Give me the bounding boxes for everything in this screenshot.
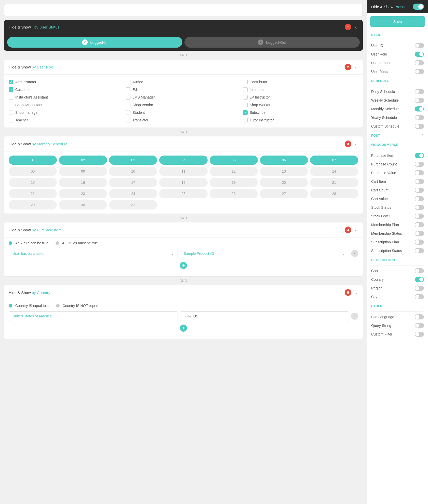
role-tutor-instructor[interactable]: Tutor Instructor — [243, 117, 358, 123]
role-contributor[interactable]: Contributor — [243, 79, 358, 85]
day-06[interactable]: 06 — [260, 156, 308, 165]
sidebar-toggle-user-id[interactable] — [415, 43, 424, 48]
role-shop-vendor[interactable]: Shop Vendor — [126, 102, 241, 108]
sidebar-toggle-cart-item[interactable] — [415, 179, 424, 184]
role-student[interactable]: Student — [126, 109, 241, 116]
day-18[interactable]: 18 — [159, 178, 207, 187]
save-button[interactable]: Save — [370, 16, 425, 27]
day-11[interactable]: 11 — [159, 167, 207, 176]
user-status-header[interactable]: Hide & Show by User Status 1 ⌄ — [4, 20, 363, 34]
page-title-input[interactable]: Member's Limited Time Pricing — [4, 4, 363, 16]
monthly-schedule-header[interactable]: Hide & Show by Monthly Schedule 3 ⌄ — [4, 136, 363, 151]
day-07[interactable]: 07 — [310, 156, 358, 165]
role-checkbox-shop-vendor[interactable] — [126, 103, 130, 107]
role-checkbox-translator[interactable] — [126, 118, 130, 122]
sidebar-user-header[interactable]: USER ⌄ — [371, 30, 424, 39]
sidebar-toggle-subscription-plan[interactable] — [415, 240, 424, 245]
role-checkbox-subscriber[interactable]: ✓ — [243, 110, 248, 115]
sidebar-toggle-query-string[interactable] — [415, 323, 424, 328]
role-author[interactable]: Author — [126, 79, 241, 85]
day-05[interactable]: 05 — [210, 156, 258, 165]
sidebar-toggle-monthly-schedule[interactable] — [415, 106, 424, 111]
day-20[interactable]: 20 — [260, 178, 308, 187]
role-instructor[interactable]: Instructor — [243, 86, 358, 93]
day-23[interactable]: 23 — [59, 189, 107, 198]
role-checkbox-instructor[interactable] — [243, 87, 248, 92]
role-subscriber[interactable]: ✓ Subscriber — [243, 109, 358, 116]
role-translator[interactable]: Translator — [126, 117, 241, 123]
sidebar-toggle-user-meta[interactable] — [415, 69, 424, 74]
sidebar-toggle-continent[interactable] — [415, 268, 424, 273]
role-shop-accountant[interactable]: Shop Accountant — [9, 102, 124, 108]
day-31[interactable]: 31 — [109, 200, 157, 209]
day-04[interactable]: 04 — [159, 156, 207, 165]
sidebar-toggle-cart-value[interactable] — [415, 196, 424, 201]
purchase-item-add-btn[interactable]: + — [180, 262, 187, 269]
day-01[interactable]: 01 — [9, 156, 57, 165]
role-checkbox-teacher[interactable] — [9, 118, 13, 122]
day-16[interactable]: 16 — [59, 178, 107, 187]
purchase-item-header[interactable]: Hide & Show by Purchase Item 4 ⌄ — [4, 222, 363, 237]
role-checkbox-instructors-assistant[interactable] — [9, 95, 13, 100]
country-not-label[interactable]: Country IS NOT equal to... — [63, 304, 105, 308]
sidebar-toggle-yearly-schedule[interactable] — [415, 115, 424, 120]
sidebar-post-header[interactable]: POST ⌃ — [371, 131, 424, 140]
sidebar-toggle-membership-status[interactable] — [415, 231, 424, 236]
logged-out-tab[interactable]: × Logged-Out — [184, 37, 360, 48]
day-17[interactable]: 17 — [109, 178, 157, 187]
day-03[interactable]: 03 — [109, 156, 157, 165]
sidebar-toggle-custom-filter[interactable] — [415, 332, 424, 337]
role-lp-instructor[interactable]: LP Instructor — [243, 94, 358, 101]
country-is-label[interactable]: Country IS equal to... — [15, 304, 49, 308]
any-rule-label[interactable]: ANY rule can be true — [15, 241, 48, 245]
role-instructors-assistant[interactable]: Instructor's Assistant — [9, 94, 124, 101]
role-shop-worker[interactable]: Shop Worker — [243, 102, 358, 108]
day-26[interactable]: 26 — [210, 189, 258, 198]
sidebar-toggle-country[interactable] — [415, 277, 424, 282]
sidebar-schedule-header[interactable]: SCHEDULE ⌄ — [371, 76, 424, 85]
role-checkbox-lp-instructor[interactable] — [243, 95, 248, 100]
day-22[interactable]: 22 — [9, 189, 57, 198]
day-29[interactable]: 29 — [9, 200, 57, 209]
day-25[interactable]: 25 — [159, 189, 207, 198]
role-checkbox-tutor-instructor[interactable] — [243, 118, 248, 122]
user-role-header[interactable]: Hide & Show by User Role 2 ⌄ — [4, 60, 363, 75]
sidebar-other-header[interactable]: OTHER ⌄ — [371, 301, 424, 310]
sidebar-toggle-custom-schedule[interactable] — [415, 124, 424, 129]
day-21[interactable]: 21 — [310, 178, 358, 187]
role-shop-manager[interactable]: Shop manager — [9, 109, 124, 116]
country-select-dropdown[interactable]: United States of America ⌄ — [9, 311, 178, 321]
day-27[interactable]: 27 — [260, 189, 308, 198]
role-checkbox-shop-manager[interactable] — [9, 110, 13, 115]
sidebar-toggle-cart-count[interactable] — [415, 188, 424, 193]
sidebar-toggle-stock-status[interactable] — [415, 205, 424, 210]
day-14[interactable]: 14 — [310, 167, 358, 176]
purchase-product-dropdown[interactable]: Sample Product #3 ⌄ — [180, 249, 349, 258]
role-checkbox-author[interactable] — [126, 80, 130, 84]
role-editor[interactable]: Editor — [126, 86, 241, 93]
role-checkbox-editor[interactable] — [126, 87, 130, 92]
role-checkbox-lms-manager[interactable] — [126, 95, 130, 100]
day-13[interactable]: 13 — [260, 167, 308, 176]
day-09[interactable]: 09 — [59, 167, 107, 176]
day-08[interactable]: 08 — [9, 167, 57, 176]
sidebar-toggle-site-language[interactable] — [415, 314, 424, 319]
role-checkbox-student[interactable] — [126, 110, 130, 115]
country-remove-btn[interactable]: × — [351, 313, 358, 320]
day-30[interactable]: 30 — [59, 200, 107, 209]
day-10[interactable]: 10 — [109, 167, 157, 176]
day-02[interactable]: 02 — [59, 156, 107, 165]
sidebar-toggle-stock-level[interactable] — [415, 214, 424, 219]
sidebar-toggle-weekly-schedule[interactable] — [415, 98, 424, 103]
sidebar-toggle-daily-schedule[interactable] — [415, 89, 424, 94]
role-checkbox-shop-worker[interactable] — [243, 103, 248, 107]
sidebar-toggle-purchase-count[interactable] — [415, 162, 424, 167]
sidebar-preset-toggle[interactable] — [413, 4, 424, 10]
role-checkbox-administrator[interactable]: ✓ — [9, 80, 13, 84]
day-24[interactable]: 24 — [109, 189, 157, 198]
all-rule-label[interactable]: ALL rules must be true — [62, 241, 98, 245]
day-28[interactable]: 28 — [310, 189, 358, 198]
sidebar-toggle-purchase-value[interactable] — [415, 170, 424, 175]
day-12[interactable]: 12 — [210, 167, 258, 176]
sidebar-woocommerce-header[interactable]: WOOCOMMERCE ⌄ — [371, 140, 424, 149]
